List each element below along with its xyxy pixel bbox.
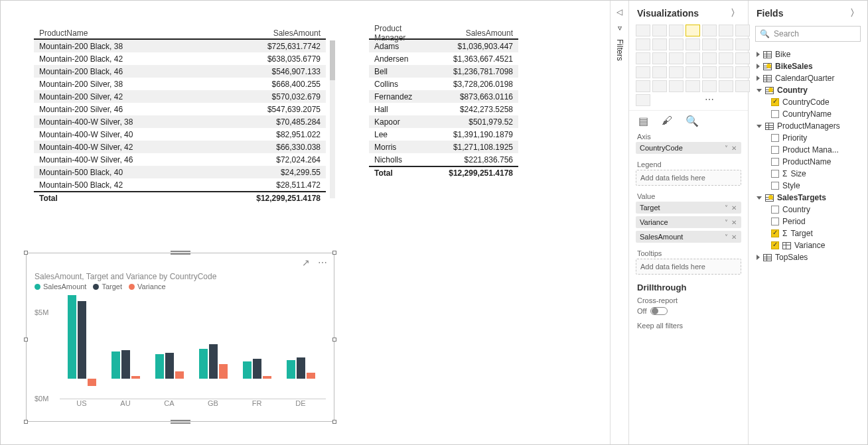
viz-type-icon[interactable]: [735, 66, 750, 78]
table-row[interactable]: Mountain-200 Black, 38$725,631.7742: [34, 40, 326, 52]
viz-type-icon[interactable]: [652, 38, 667, 50]
field-chip-variance[interactable]: Variance˅ ✕: [636, 216, 741, 228]
viz-type-icon[interactable]: [636, 52, 650, 64]
table-row[interactable]: Mountain-400-W Silver, 38$70,485.284: [34, 115, 326, 128]
bar[interactable]: [68, 295, 76, 379]
table-row[interactable]: Nicholls$221,836.756: [369, 153, 518, 166]
analytics-tab-icon[interactable]: 🔍: [686, 115, 699, 127]
field-well-tooltips[interactable]: Add data fields here: [636, 259, 741, 275]
viz-type-icon[interactable]: [669, 38, 684, 50]
viz-type-icon[interactable]: [669, 25, 684, 36]
viz-type-icon[interactable]: [719, 52, 733, 64]
table-row[interactable]: Mountain-200 Silver, 46$547,639.2075: [34, 103, 326, 115]
scrollbar[interactable]: [330, 40, 335, 198]
table-row[interactable]: Mountain-400-W Silver, 40$82,951.022: [34, 128, 326, 141]
field-chip-countrycode[interactable]: CountryCode˅ ✕: [636, 142, 741, 154]
field-node[interactable]: ProductName: [754, 156, 862, 168]
visualization-gallery[interactable]: ⋯: [629, 23, 748, 110]
viz-type-icon[interactable]: [735, 52, 750, 64]
field-well-legend[interactable]: Add data fields here: [636, 170, 741, 186]
report-canvas[interactable]: ProductName SalesAmount Mountain-200 Bla…: [1, 1, 610, 444]
table-row[interactable]: Andersen$1,363,667.4521: [369, 52, 518, 65]
bar[interactable]: [165, 353, 174, 379]
viz-type-icon[interactable]: [702, 38, 717, 50]
caret-icon[interactable]: [757, 255, 760, 260]
caret-icon[interactable]: [757, 76, 760, 81]
table-row[interactable]: Mountain-400-W Silver, 42$66,330.038: [34, 141, 326, 153]
bar[interactable]: [121, 350, 130, 379]
table-row[interactable]: Lee$1,391,190.1879: [369, 128, 518, 141]
field-node[interactable]: Style: [754, 180, 862, 192]
bar[interactable]: [78, 301, 86, 379]
field-node[interactable]: CountryName: [754, 108, 862, 120]
table-row[interactable]: Adams$1,036,903.447: [369, 40, 518, 52]
bar[interactable]: [131, 376, 140, 379]
caret-icon[interactable]: [757, 64, 760, 69]
field-node[interactable]: Country: [754, 204, 862, 216]
drag-handle-icon[interactable]: [171, 419, 190, 424]
field-node[interactable]: Period: [754, 216, 862, 227]
table-node[interactable]: Bike: [754, 48, 862, 60]
viz-type-icon[interactable]: [636, 94, 650, 106]
table-row[interactable]: Mountain-200 Silver, 38$668,400.255: [34, 78, 326, 90]
table-node[interactable]: BikeSales: [754, 60, 862, 72]
field-node[interactable]: Variance: [754, 239, 862, 251]
bar[interactable]: [287, 360, 295, 379]
fields-tree[interactable]: BikeBikeSalesCalendarQuarterCountryCount…: [749, 48, 867, 263]
bar-group[interactable]: [153, 353, 186, 399]
viz-type-icon[interactable]: [686, 38, 700, 50]
viz-type-icon[interactable]: [702, 66, 717, 78]
field-node[interactable]: ΣSize: [754, 168, 862, 180]
field-checkbox[interactable]: [771, 158, 779, 166]
field-chip-salesamount[interactable]: SalesAmount˅ ✕: [636, 231, 741, 243]
viz-type-icon[interactable]: [636, 25, 650, 36]
bar[interactable]: [199, 349, 208, 379]
table-node[interactable]: TopSales: [754, 251, 862, 263]
field-checkbox[interactable]: [771, 146, 779, 154]
field-checkbox[interactable]: [771, 170, 779, 178]
bar[interactable]: [297, 357, 305, 379]
table-node[interactable]: ProductManagers: [754, 120, 862, 132]
bar-group[interactable]: [284, 357, 317, 399]
filters-pane-collapsed[interactable]: ◁ ▿ Filters: [610, 1, 628, 444]
caret-icon[interactable]: [757, 196, 762, 200]
bar-group[interactable]: [65, 295, 98, 399]
field-checkbox[interactable]: [771, 218, 779, 225]
table-managers[interactable]: Product Manager SalesAmount Adams$1,036,…: [369, 27, 518, 178]
viz-type-icon[interactable]: [636, 38, 650, 50]
table-node[interactable]: CalendarQuarter: [754, 72, 862, 84]
field-node[interactable]: Priority: [754, 132, 862, 144]
format-tab-icon[interactable]: 🖌: [662, 115, 672, 127]
table-row[interactable]: Hall$242,273.5258: [369, 103, 518, 115]
bar-group[interactable]: [196, 344, 230, 399]
table-row[interactable]: Morris$1,271,108.1925: [369, 141, 518, 153]
drag-handle-icon[interactable]: [171, 250, 190, 255]
format-tabs[interactable]: ▤ 🖌 🔍: [629, 110, 748, 129]
cross-report-toggle[interactable]: Off: [629, 307, 748, 319]
field-checkbox[interactable]: [771, 229, 779, 237]
field-chip-target[interactable]: Target˅ ✕: [636, 202, 741, 214]
bar[interactable]: [263, 376, 271, 379]
bar[interactable]: [243, 361, 252, 379]
collapse-icon[interactable]: 〉: [850, 7, 859, 19]
bar[interactable]: [209, 344, 218, 379]
caret-icon[interactable]: [757, 52, 760, 57]
table-row[interactable]: Mountain-200 Black, 42$638,035.6779: [34, 52, 326, 65]
table-node[interactable]: Country: [754, 84, 862, 96]
table-row[interactable]: Mountain-200 Black, 46$546,907.133: [34, 65, 326, 78]
field-checkbox[interactable]: [771, 110, 779, 118]
viz-type-icon[interactable]: [669, 66, 684, 78]
table-row[interactable]: Collins$3,728,206.0198: [369, 78, 518, 90]
table-row[interactable]: Mountain-400-W Silver, 46$72,024.264: [34, 153, 326, 166]
viz-type-icon[interactable]: [686, 52, 700, 64]
bar-group[interactable]: [240, 359, 273, 399]
field-node[interactable]: ΣTarget: [754, 227, 862, 239]
collapse-icon[interactable]: 〉: [731, 7, 740, 19]
expand-icon[interactable]: ◁: [616, 7, 622, 17]
viz-type-icon[interactable]: [652, 25, 667, 36]
bar[interactable]: [219, 364, 228, 379]
viz-type-icon[interactable]: [702, 80, 717, 92]
field-checkbox[interactable]: [771, 182, 779, 190]
chart-legend[interactable]: SalesAmountTargetVariance: [27, 283, 334, 293]
viz-type-icon[interactable]: [702, 52, 717, 64]
